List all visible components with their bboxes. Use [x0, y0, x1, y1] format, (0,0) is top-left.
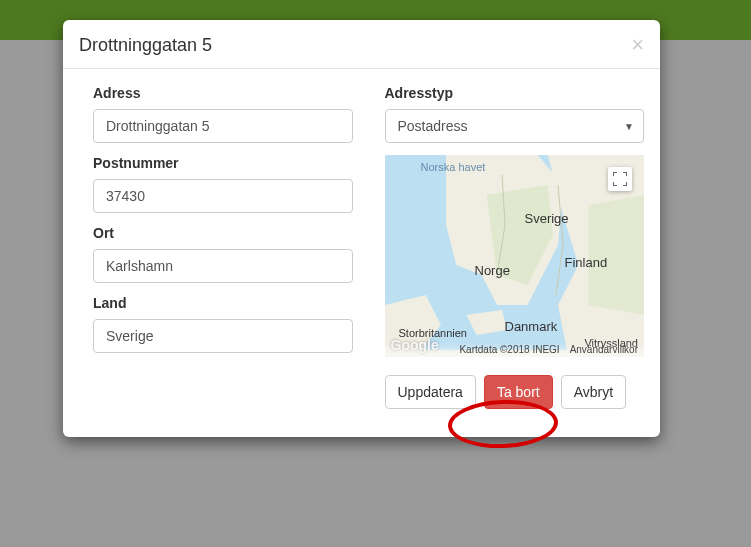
button-row: Uppdatera Ta bort Avbryt: [385, 375, 645, 409]
map-country-danmark: Danmark: [505, 319, 558, 334]
address-group: Adress: [93, 85, 353, 143]
address-label: Adress: [93, 85, 353, 101]
address-modal: Drottninggatan 5 × Adress Postnummer Ort: [63, 20, 660, 437]
country-label: Land: [93, 295, 353, 311]
type-label: Adresstyp: [385, 85, 645, 101]
modal-header: Drottninggatan 5 ×: [63, 20, 660, 69]
form-left-column: Adress Postnummer Ort Land: [93, 85, 353, 409]
country-group: Land: [93, 295, 353, 353]
form-right-column: Adresstyp Postadress ▼: [385, 85, 645, 409]
type-select[interactable]: Postadress: [385, 109, 645, 143]
map-widget[interactable]: Norska havet Sverige Norge Finland Danma…: [385, 155, 645, 357]
map-terms-link[interactable]: Användarvillkor: [570, 344, 638, 355]
city-label: Ort: [93, 225, 353, 241]
modal-body: Adress Postnummer Ort Land: [63, 69, 660, 427]
cancel-button[interactable]: Avbryt: [561, 375, 626, 409]
map-sea-label: Norska havet: [421, 161, 486, 173]
type-group: Adresstyp Postadress ▼: [385, 85, 645, 143]
postal-group: Postnummer: [93, 155, 353, 213]
update-button[interactable]: Uppdatera: [385, 375, 476, 409]
fullscreen-icon: [613, 172, 627, 186]
delete-button[interactable]: Ta bort: [484, 375, 553, 409]
city-input[interactable]: [93, 249, 353, 283]
modal-backdrop: Drottninggatan 5 × Adress Postnummer Ort: [0, 0, 751, 547]
map-data-attrib: Kartdata ©2018 INEGI: [459, 344, 559, 355]
map-attribution: Kartdata ©2018 INEGI Användarvillkor: [385, 342, 645, 357]
map-country-sverige: Sverige: [525, 211, 569, 226]
map-country-norge: Norge: [475, 263, 510, 278]
postal-input[interactable]: [93, 179, 353, 213]
modal-title: Drottninggatan 5: [79, 35, 212, 56]
close-icon[interactable]: ×: [631, 34, 644, 56]
country-input[interactable]: [93, 319, 353, 353]
postal-label: Postnummer: [93, 155, 353, 171]
city-group: Ort: [93, 225, 353, 283]
address-input[interactable]: [93, 109, 353, 143]
map-country-finland: Finland: [565, 255, 608, 270]
map-fullscreen-button[interactable]: [608, 167, 632, 191]
